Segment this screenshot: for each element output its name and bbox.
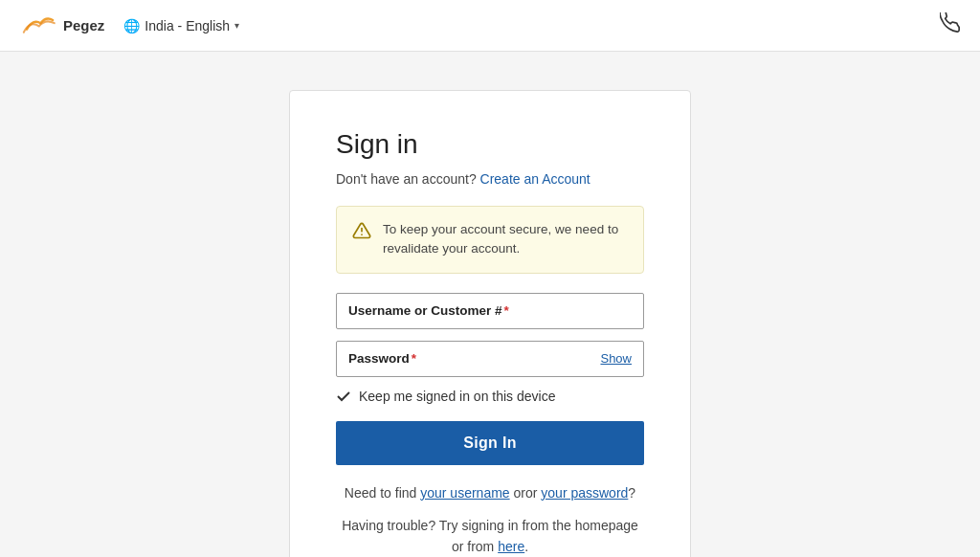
footer-links: Need to find your username oror your pas… (336, 482, 644, 503)
locale-label: India - English (145, 18, 230, 33)
header: Pegez 🌐 India - English ▾ (0, 0, 980, 52)
signin-card: Sign in Don't have an account? Create an… (289, 90, 691, 557)
create-account-link[interactable]: Create an Account (480, 171, 590, 187)
alert-box: To keep your account secure, we need to … (336, 206, 644, 274)
password-input[interactable] (416, 342, 600, 376)
main-content: Sign in Don't have an account? Create an… (0, 52, 980, 557)
username-field: Username or Customer #* (336, 293, 644, 329)
keep-signed-in-row[interactable]: Keep me signed in on this device (336, 389, 644, 404)
header-left: Pegez 🌐 India - English ▾ (19, 12, 239, 39)
trouble-text: Having trouble? Try signing in from the … (342, 518, 638, 554)
show-password-button[interactable]: Show (600, 351, 632, 366)
locale-selector[interactable]: 🌐 India - English ▾ (123, 18, 239, 33)
footer-trouble-text: Having trouble? Try signing in from the … (336, 515, 644, 557)
alert-text: To keep your account secure, we need to … (383, 220, 628, 259)
phone-icon[interactable] (940, 12, 961, 38)
logo-text: Pegez (63, 17, 104, 33)
keep-signed-in-label[interactable]: Keep me signed in on this device (359, 389, 555, 404)
create-account-prompt: Don't have an account? Create an Account (336, 171, 644, 187)
warning-icon (352, 221, 371, 245)
username-input-wrapper[interactable]: Username or Customer #* (336, 293, 644, 329)
username-input[interactable] (509, 294, 677, 328)
chevron-down-icon: ▾ (234, 20, 239, 31)
globe-icon: 🌐 (123, 18, 140, 33)
logo-icon (19, 12, 57, 39)
signin-button[interactable]: Sign In (336, 421, 644, 465)
password-field: Password* Show (336, 341, 644, 377)
username-label: Username or Customer #* (348, 294, 509, 327)
password-input-wrapper[interactable]: Password* Show (336, 341, 644, 377)
here-link[interactable]: here (498, 539, 524, 554)
signin-title: Sign in (336, 129, 644, 160)
or-text: or (514, 485, 525, 501)
checkbox-checked-icon (336, 389, 351, 404)
find-password-link[interactable]: your password (541, 485, 628, 501)
question-mark: ? (628, 485, 635, 501)
no-account-text: Don't have an account? (336, 171, 477, 187)
find-text: Need to find (345, 485, 417, 501)
find-username-link[interactable]: your username (420, 485, 509, 501)
here-period: . (524, 539, 528, 554)
logo[interactable]: Pegez (19, 12, 104, 39)
password-label: Password* (348, 342, 416, 375)
